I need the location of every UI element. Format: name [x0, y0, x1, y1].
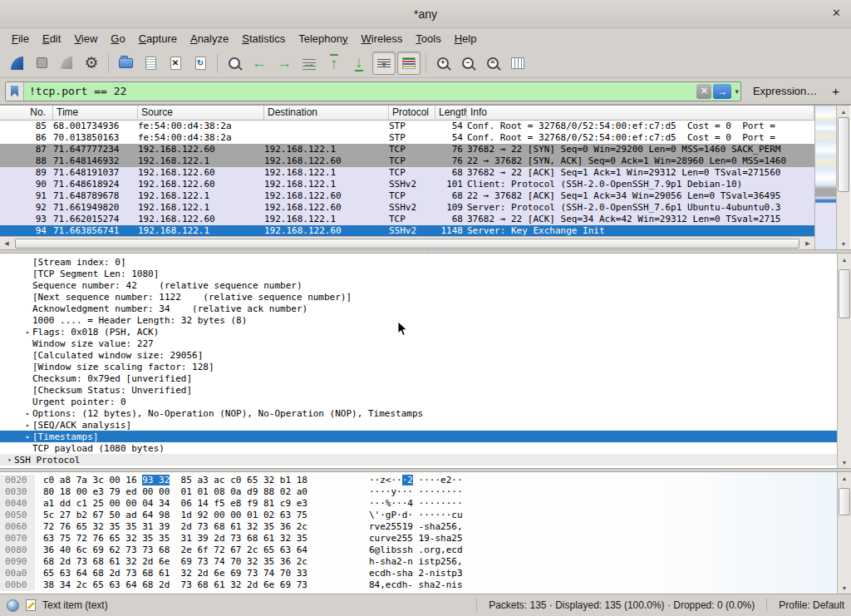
detail-line[interactable]: Window size value: 227: [0, 338, 837, 349]
pane-splitter[interactable]: [0, 249, 851, 254]
expand-arrow-icon[interactable]: ▸: [23, 433, 32, 441]
detail-line[interactable]: Checksum: 0x79ed [unverified]: [0, 372, 837, 384]
filter-apply-icon[interactable]: →: [713, 84, 731, 99]
titlebar[interactable]: *any ✕: [0, 0, 851, 28]
menu-item[interactable]: Wireless: [355, 31, 410, 47]
menu-item[interactable]: View: [67, 31, 104, 47]
scroll-up-icon[interactable]: [837, 106, 850, 117]
detail-line[interactable]: [Window size scaling factor: 128]: [0, 361, 837, 372]
hex-row[interactable]: 0090 68 2d 73 68 61 32 2d 6e 69 73 74 70…: [0, 556, 837, 568]
menu-item[interactable]: Tools: [409, 31, 447, 47]
menu-item[interactable]: Capture: [132, 31, 184, 47]
go-to-packet-button[interactable]: →: [298, 52, 321, 75]
filter-add-button[interactable]: +: [829, 84, 846, 98]
scroll-up-icon[interactable]: [838, 472, 851, 484]
display-filter-input[interactable]: [24, 85, 696, 97]
filter-bookmark-button[interactable]: [6, 82, 24, 101]
hex-row[interactable]: 0080 36 40 6c 69 62 73 73 68 2e 6f 72 67…: [0, 545, 837, 556]
detail-line[interactable]: Urgent pointer: 0: [0, 396, 837, 407]
detail-line[interactable]: [TCP Segment Len: 1080]: [0, 268, 837, 279]
vscroll-thumb[interactable]: [839, 488, 850, 515]
capture-options-button[interactable]: ⚙: [80, 52, 103, 75]
scroll-left-icon[interactable]: [0, 238, 13, 249]
capture-comment-icon[interactable]: [26, 599, 36, 611]
detail-line[interactable]: [Checksum Status: Unverified]: [0, 384, 837, 396]
display-filter-field[interactable]: ✕ → ▾: [5, 81, 741, 101]
scroll-right-icon[interactable]: [801, 238, 814, 249]
find-packet-button[interactable]: [223, 52, 246, 75]
menu-item[interactable]: Statistics: [235, 31, 292, 47]
expand-arrow-icon[interactable]: ▸: [23, 328, 32, 336]
filter-history-caret-icon[interactable]: ▾: [733, 87, 740, 96]
pane-splitter[interactable]: [0, 468, 851, 472]
detail-line[interactable]: 1000 .... = Header Length: 32 bytes (8): [0, 314, 837, 326]
column-destination[interactable]: Destination: [264, 106, 389, 120]
profile-status[interactable]: Profile: Default: [779, 599, 844, 611]
scroll-down-icon[interactable]: [837, 238, 850, 249]
expand-arrow-icon[interactable]: ▸: [23, 410, 32, 417]
expand-arrow-icon[interactable]: ▸: [23, 421, 32, 429]
hex-row[interactable]: 0060 72 76 65 32 35 35 31 39 2d 73 68 61…: [0, 521, 837, 533]
menu-item[interactable]: Edit: [36, 31, 67, 47]
packet-list-hscrollbar[interactable]: [0, 236, 814, 249]
stop-capture-button[interactable]: [30, 52, 53, 75]
scroll-up-icon[interactable]: [838, 254, 851, 265]
start-capture-button[interactable]: [5, 52, 28, 75]
detail-line[interactable]: ▸ [SEQ/ACK analysis]: [0, 419, 837, 431]
auto-scroll-button[interactable]: ▼: [372, 52, 396, 75]
go-forward-button[interactable]: →: [273, 52, 296, 75]
menu-item[interactable]: Telephony: [292, 31, 354, 47]
details-vscrollbar[interactable]: [837, 254, 851, 468]
go-first-packet-button[interactable]: ↑: [322, 52, 346, 75]
packet-row[interactable]: 92 71.661949820 192.168.122.1 192.168.12…: [0, 202, 814, 214]
vscroll-thumb[interactable]: [839, 269, 850, 319]
detail-line[interactable]: Sequence number: 42 (relative sequence n…: [0, 279, 837, 291]
hex-row[interactable]: 0020 c0 a8 7a 3c 00 16 93 32 85 a3 ac c0…: [0, 475, 837, 486]
column-time[interactable]: Time: [53, 106, 138, 120]
expression-button[interactable]: Expression…: [746, 85, 824, 97]
restart-capture-button[interactable]: [55, 52, 78, 75]
close-file-button[interactable]: ✕: [164, 52, 187, 75]
packet-row[interactable]: 90 71.648618924 192.168.122.60 192.168.1…: [0, 179, 814, 190]
column-info[interactable]: Info: [467, 106, 814, 120]
hex-row[interactable]: 0030 80 18 00 e3 79 ed 00 00 01 01 08 0a…: [0, 486, 837, 498]
filter-clear-icon[interactable]: ✕: [696, 84, 711, 99]
detail-line[interactable]: ▸ Flags: 0x018 (PSH, ACK): [0, 326, 837, 338]
packet-row[interactable]: 91 71.648789678 192.168.122.1 192.168.12…: [0, 190, 814, 202]
packet-row[interactable]: 94 71.663856741 192.168.122.1 192.168.12…: [0, 225, 814, 236]
detail-line[interactable]: Acknowledgment number: 34 (relative ack …: [0, 303, 837, 314]
detail-line[interactable]: [Calculated window size: 29056]: [0, 349, 837, 361]
menu-item[interactable]: File: [5, 31, 36, 47]
resize-columns-button[interactable]: [506, 52, 529, 75]
hscroll-thumb[interactable]: [15, 239, 799, 249]
save-file-button[interactable]: [139, 52, 162, 75]
menu-item[interactable]: Help: [448, 31, 484, 47]
packet-row[interactable]: 86 70.013850163 fe:54:00:d4:38:2a STP 54…: [0, 132, 814, 144]
column-length[interactable]: Length: [435, 106, 467, 120]
hex-row[interactable]: 0040 a1 dd c1 25 00 00 04 34 06 14 f5 e8…: [0, 498, 837, 510]
column-no[interactable]: No.: [0, 106, 53, 120]
hex-row[interactable]: 0070 63 75 72 76 65 32 35 35 31 39 2d 73…: [0, 533, 837, 545]
detail-line[interactable]: [Stream index: 0]: [0, 256, 837, 268]
detail-line[interactable]: TCP payload (1080 bytes): [0, 442, 837, 454]
scroll-down-icon[interactable]: [838, 582, 851, 594]
hex-row[interactable]: 0050 5c 27 b2 67 50 ad 64 98 1d 92 00 00…: [0, 510, 837, 521]
packet-row[interactable]: 89 71.648191037 192.168.122.60 192.168.1…: [0, 167, 814, 179]
close-icon[interactable]: ✕: [832, 7, 841, 19]
packet-list-vscrollbar[interactable]: [836, 106, 850, 249]
hex-row[interactable]: 00b0 38 34 2c 65 63 64 68 2d 73 68 61 32…: [0, 579, 837, 591]
packet-row[interactable]: 85 68.001734936 fe:54:00:d4:38:2a STP 54…: [0, 121, 814, 132]
bytes-vscrollbar[interactable]: [837, 472, 851, 594]
packet-row[interactable]: 93 71.662015274 192.168.122.60 192.168.1…: [0, 214, 814, 225]
go-last-packet-button[interactable]: ↓: [347, 52, 371, 75]
open-file-button[interactable]: [114, 52, 137, 75]
expand-arrow-icon[interactable]: ▾: [5, 456, 14, 464]
zoom-original-button[interactable]: =: [481, 52, 504, 75]
expert-info-icon[interactable]: [7, 599, 19, 612]
packet-row[interactable]: 87 71.647777234 192.168.122.60 192.168.1…: [0, 144, 814, 155]
menu-item[interactable]: Analyze: [184, 31, 235, 47]
packet-row[interactable]: 88 71.648146932 192.168.122.1 192.168.12…: [0, 155, 814, 167]
reload-file-button[interactable]: ↻: [189, 52, 212, 75]
hex-row[interactable]: 00a0 65 63 64 68 2d 73 68 61 32 2d 6e 69…: [0, 568, 837, 579]
go-back-button[interactable]: ←: [248, 52, 271, 75]
